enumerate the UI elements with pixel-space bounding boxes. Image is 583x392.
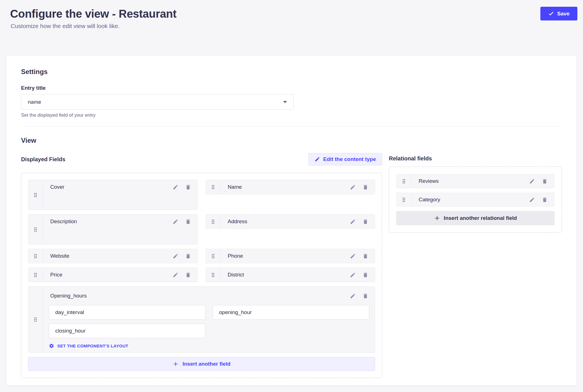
entry-title-select[interactable]: name — [21, 94, 294, 110]
insert-field-button[interactable]: Insert another field — [28, 357, 375, 371]
delete-field-button[interactable] — [183, 252, 194, 260]
drag-handle[interactable] — [28, 249, 43, 263]
pencil-icon — [173, 272, 178, 278]
relational-fields-heading: Relational fields — [389, 155, 562, 162]
edit-field-button[interactable] — [347, 252, 358, 260]
drag-handle-icon — [401, 178, 407, 184]
gear-icon — [49, 343, 54, 349]
set-component-layout-button[interactable]: SET THE COMPONENT'S LAYOUT — [49, 343, 375, 349]
drag-handle[interactable] — [397, 174, 411, 188]
insert-relational-field-button[interactable]: Insert another relational field — [396, 211, 554, 225]
drag-handle[interactable] — [206, 268, 221, 282]
drag-handle[interactable] — [28, 268, 43, 282]
delete-field-button[interactable] — [360, 271, 371, 279]
drag-handle-icon — [210, 184, 216, 190]
field-card-name[interactable]: Name — [206, 180, 375, 194]
chevron-down-icon — [283, 101, 287, 103]
edit-field-button[interactable] — [170, 217, 181, 226]
drag-handle-icon — [210, 272, 216, 278]
field-card-district[interactable]: District — [206, 268, 375, 282]
field-card-description[interactable]: Description — [28, 214, 198, 245]
field-label: Reviews — [419, 178, 525, 184]
delete-field-button[interactable] — [183, 217, 194, 226]
trash-icon — [362, 293, 368, 299]
section-divider — [21, 126, 562, 126]
delete-field-button[interactable] — [183, 271, 194, 279]
field-label: Category — [419, 197, 525, 203]
main-card: Settings Entry title name Set the displa… — [6, 56, 577, 386]
field-label: Website — [50, 253, 168, 259]
displayed-fields-header: Displayed Fields Edit the content type — [21, 153, 382, 165]
trash-icon — [185, 253, 191, 259]
edit-field-button[interactable] — [527, 177, 538, 186]
field-row: Cover N — [28, 180, 375, 210]
delete-field-button[interactable] — [183, 183, 194, 192]
field-card-website[interactable]: Website — [28, 249, 198, 263]
entry-title-label: Entry title — [21, 85, 562, 91]
field-card-phone[interactable]: Phone — [206, 249, 375, 263]
pencil-icon — [350, 184, 356, 190]
drag-handle[interactable] — [28, 287, 43, 352]
view-heading: View — [21, 137, 562, 144]
edit-field-button[interactable] — [170, 183, 181, 192]
edit-field-button[interactable] — [347, 217, 358, 226]
drag-handle[interactable] — [28, 180, 43, 210]
displayed-fields-container: Cover N — [21, 173, 382, 378]
drag-handle-icon — [33, 272, 38, 278]
edit-field-button[interactable] — [170, 252, 181, 260]
field-row: Price D — [28, 268, 375, 282]
edit-content-type-label: Edit the content type — [323, 156, 376, 162]
delete-field-button[interactable] — [360, 292, 371, 300]
field-card-address[interactable]: Address — [206, 214, 375, 229]
pencil-icon — [173, 253, 178, 259]
pencil-icon — [315, 156, 320, 162]
settings-heading: Settings — [21, 68, 562, 76]
field-card-cover[interactable]: Cover — [28, 180, 198, 210]
drag-handle[interactable] — [206, 180, 221, 194]
displayed-fields-label: Displayed Fields — [21, 156, 65, 163]
trash-icon — [185, 184, 191, 190]
drag-handle-icon — [33, 253, 38, 259]
field-label: Price — [50, 272, 168, 278]
delete-field-button[interactable] — [360, 252, 371, 260]
relational-card-category[interactable]: Category — [396, 193, 554, 207]
edit-field-button[interactable] — [347, 183, 358, 192]
insert-relational-field-label: Insert another relational field — [444, 215, 517, 221]
field-label: Phone — [228, 253, 346, 259]
pencil-icon — [529, 178, 535, 184]
subfield-closing-hour[interactable]: closing_hour — [49, 324, 205, 338]
trash-icon — [185, 272, 191, 278]
subfield-opening-hour[interactable]: opening_hour — [213, 305, 369, 320]
drag-handle[interactable] — [206, 249, 221, 263]
trash-icon — [542, 197, 548, 203]
drag-handle[interactable] — [28, 215, 43, 244]
save-button[interactable]: Save — [540, 7, 577, 20]
delete-field-button[interactable] — [539, 177, 550, 186]
edit-field-button[interactable] — [527, 195, 538, 204]
drag-handle-icon — [33, 192, 38, 198]
field-row: Description — [28, 214, 375, 245]
edit-content-type-button[interactable]: Edit the content type — [308, 153, 382, 165]
page-header: Configure the view - Restaurant Customiz… — [0, 0, 583, 29]
trash-icon — [362, 184, 368, 190]
component-card-opening-hours[interactable]: Opening_hours day_interval opening_hour … — [28, 286, 375, 353]
page-title: Configure the view - Restaurant — [10, 7, 583, 20]
field-card-price[interactable]: Price — [28, 268, 198, 282]
delete-field-button[interactable] — [360, 217, 371, 226]
delete-field-button[interactable] — [539, 195, 550, 204]
page-subtitle: Customize how the edit view will look li… — [11, 23, 583, 29]
pencil-icon — [173, 219, 178, 225]
save-button-label: Save — [557, 11, 570, 17]
pencil-icon — [350, 253, 356, 259]
edit-field-button[interactable] — [347, 292, 358, 300]
drag-handle[interactable] — [397, 193, 411, 206]
pencil-icon — [350, 272, 356, 278]
delete-field-button[interactable] — [360, 183, 371, 192]
edit-field-button[interactable] — [170, 271, 181, 279]
edit-field-button[interactable] — [347, 271, 358, 279]
subfield-day-interval[interactable]: day_interval — [49, 305, 205, 320]
drag-handle-icon — [401, 197, 407, 203]
relational-card-reviews[interactable]: Reviews — [396, 174, 554, 188]
drag-handle[interactable] — [206, 215, 221, 229]
field-label: Description — [50, 218, 168, 225]
